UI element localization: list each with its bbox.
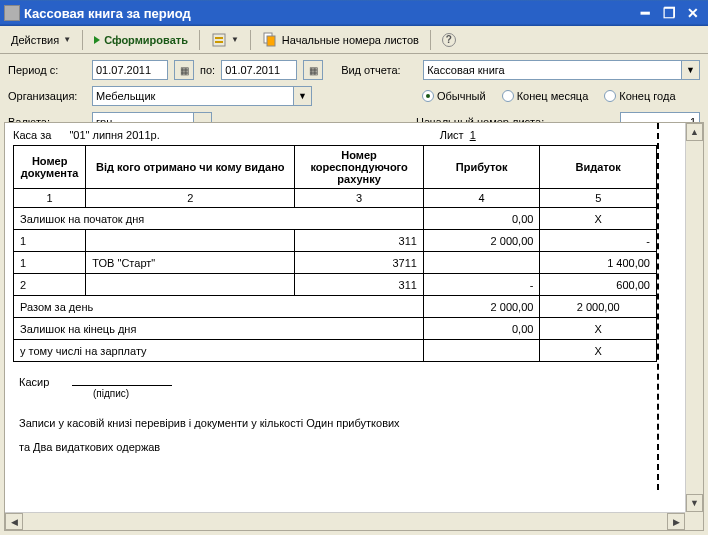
table-row: Разом за день2 000,002 000,00 [14,296,657,318]
calendar-from-button[interactable]: ▦ [174,60,194,80]
chevron-down-icon: ▼ [231,35,239,44]
org-select[interactable] [92,86,294,106]
col-who: Від кого отримано чи кому видано [86,146,295,189]
cashier-label: Касир [19,376,49,388]
chevron-down-icon: ▼ [63,35,71,44]
sheets-button[interactable]: Начальные номера листов [255,29,426,51]
scroll-corner [685,512,703,530]
actions-label: Действия [11,34,59,46]
separator [199,30,200,50]
signature-line [72,385,172,386]
tool-button-1[interactable]: ▼ [204,29,246,51]
table-row: Залишок на початок дня0,00Х [14,208,657,230]
to-label: по: [200,64,215,76]
minimize-button[interactable]: ━ [634,3,656,23]
col-doc-num: Номер документа [14,146,86,189]
report-type-select[interactable] [423,60,682,80]
horizontal-scrollbar[interactable]: ◀ ▶ [5,512,685,530]
table-row: 1ТОВ "Старт"37111 400,00 [14,252,657,274]
maximize-button[interactable]: ❐ [658,3,680,23]
report-type-label: Вид отчета: [341,64,417,76]
window-title: Кассовая книга за период [24,6,632,21]
report-area: Каса за "01" липня 2011р. Лист 1 Номер д… [4,122,704,531]
check-note-1: Записи у касовій книзі перевірив і докум… [19,417,681,429]
table-row: 13112 000,00- [14,230,657,252]
close-button[interactable]: ✕ [682,3,704,23]
cash-book-table: Номер документа Від кого отримано чи ком… [13,145,657,362]
title-bar: Кассовая книга за период ━ ❐ ✕ [0,0,708,26]
svg-rect-2 [267,36,275,46]
help-button[interactable]: ? [435,30,463,50]
play-icon [94,36,100,44]
app-icon [4,5,20,21]
config-icon [211,32,227,48]
vertical-scrollbar[interactable]: ▲ ▼ [685,123,703,512]
form-label: Сформировать [104,34,188,46]
page-break-dashed [657,123,659,490]
date-from-input[interactable] [92,60,168,80]
org-label: Организация: [8,90,86,102]
scroll-left-icon[interactable]: ◀ [5,513,23,530]
sheet-number: 1 [470,129,476,141]
table-row: у тому числі на зарплатуХ [14,340,657,362]
svg-rect-0 [213,34,225,46]
kasa-label: Каса за [13,129,51,141]
period-label: Период с: [8,64,86,76]
actions-menu[interactable]: Действия ▼ [4,31,78,49]
date-to-input[interactable] [221,60,297,80]
check-note-2: та Два видаткових одержав [19,441,681,453]
separator [82,30,83,50]
chevron-down-icon[interactable]: ▼ [294,86,312,106]
sheet-label: Лист [440,129,464,141]
sheets-label: Начальные номера листов [282,34,419,46]
radio-month-end[interactable]: Конец месяца [502,90,589,102]
table-row: 2311-600,00 [14,274,657,296]
col-income: Прибуток [423,146,540,189]
col-corr: Номер кореспондуючого рахунку [295,146,424,189]
separator [430,30,431,50]
sheets-icon [262,32,278,48]
signature-note: (підпис) [93,388,681,399]
toolbar: Действия ▼ Сформировать ▼ Начальные номе… [0,26,708,54]
radio-year-end[interactable]: Конец года [604,90,675,102]
form-button[interactable]: Сформировать [87,31,195,49]
chevron-down-icon[interactable]: ▼ [682,60,700,80]
scroll-right-icon[interactable]: ▶ [667,513,685,530]
calendar-to-button[interactable]: ▦ [303,60,323,80]
radio-normal[interactable]: Обычный [422,90,486,102]
scroll-down-icon[interactable]: ▼ [686,494,703,512]
table-row: Залишок на кінець дня0,00Х [14,318,657,340]
help-icon: ? [442,33,456,47]
scroll-up-icon[interactable]: ▲ [686,123,703,141]
col-expense: Видаток [540,146,657,189]
report-date: "01" липня 2011р. [69,129,159,141]
separator [250,30,251,50]
